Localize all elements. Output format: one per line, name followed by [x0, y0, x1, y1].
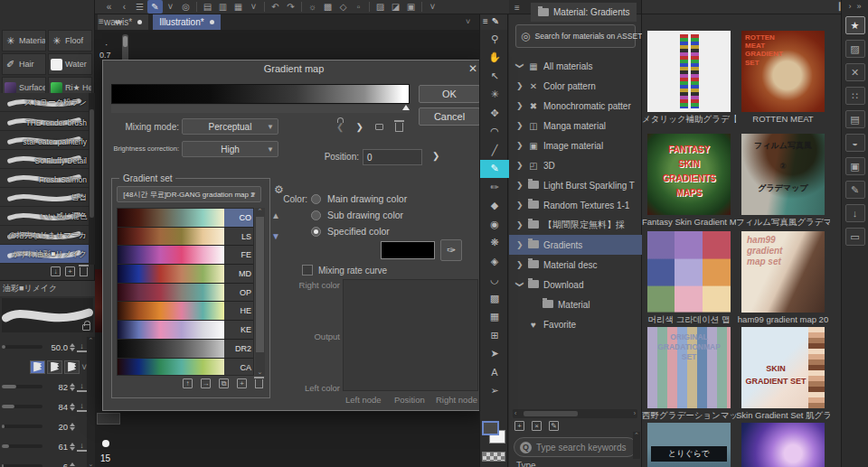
tree-arrow-icon[interactable]: ❯ — [516, 141, 524, 150]
value-stepper[interactable] — [70, 343, 75, 351]
download-default-icon[interactable]: ↓ — [77, 402, 87, 412]
delete-set-icon[interactable] — [255, 379, 263, 388]
gradient-row-LS[interactable]: LS — [118, 228, 253, 247]
tree-arrow-icon[interactable]: ❯ — [516, 81, 524, 90]
material-thumbnail[interactable] — [738, 423, 828, 467]
tree-arrow-icon[interactable]: ❯ — [516, 201, 524, 210]
material-panel-tab[interactable]: Material: Gradients — [531, 3, 637, 22]
collapse-left-icon[interactable]: « — [101, 0, 117, 14]
tree-item-monochromatic-patter[interactable]: ❯✖Monochromatic patter — [509, 96, 642, 116]
gradient-row-MD[interactable]: MD — [118, 265, 253, 284]
strip-collapse-icon[interactable]: › — [848, 2, 851, 11]
collapse-icon[interactable]: ‹ — [117, 0, 132, 14]
chevron-down-icon[interactable]: ˅ — [246, 0, 261, 14]
slider-track[interactable] — [2, 425, 42, 428]
slider-track[interactable] — [2, 405, 42, 408]
3d-folder-icon[interactable]: ◒ — [845, 134, 865, 152]
tree-horizontal-scrollbar[interactable]: ‹› — [513, 409, 637, 418]
delete-brush-button[interactable] — [80, 267, 88, 276]
brush-item[interactable]: Fresh Salmon — [0, 169, 89, 188]
dots-folder-icon[interactable]: ∷ — [845, 87, 865, 105]
pen-tool-icon[interactable]: ✎ — [480, 160, 509, 179]
export-set-icon[interactable]: → — [201, 378, 211, 388]
select-lasso-icon[interactable]: ☼ — [305, 0, 320, 14]
eyedropper-button[interactable]: ✑ — [440, 239, 462, 261]
delete-node-icon[interactable] — [395, 123, 403, 132]
airbrush-tool-icon[interactable]: ◉ — [480, 215, 509, 234]
tree-item-material-desc[interactable]: ❯Material desc — [509, 255, 642, 275]
download-folder-icon[interactable]: ↓ — [845, 204, 865, 222]
tree-item-color-pattern[interactable]: ❯✕Color pattern — [509, 76, 642, 96]
decoration-tool-icon[interactable]: ❋ — [480, 234, 509, 253]
material-thumbnail[interactable]: 머리색 그라데이션 맵 — [644, 231, 734, 326]
prev-node-icon[interactable]: ❮ — [336, 122, 344, 132]
gradient-row-FE[interactable]: FE — [118, 246, 253, 265]
new-set-icon[interactable]: + — [237, 378, 247, 388]
brush-item[interactable]: star eater painterly — [0, 131, 89, 150]
next-node-icon[interactable]: ❯ — [355, 122, 363, 132]
foreground-color-swatch[interactable] — [482, 421, 499, 435]
move-tool-icon[interactable]: ✥ — [480, 104, 509, 123]
image-folder-icon[interactable]: ▨ — [845, 40, 865, 58]
gradient-node-marker[interactable] — [402, 105, 410, 110]
value-stepper[interactable] — [70, 462, 75, 467]
gradient-list-scrollbar[interactable]: ⌃⌄ — [255, 208, 265, 376]
duplicate-brush-button[interactable]: + — [65, 266, 75, 276]
correct-tool-icon[interactable]: ✳ — [480, 86, 509, 105]
select-transform-icon[interactable]: ▫ — [351, 0, 366, 14]
tool-property-scrollbar[interactable]: ⌃⌄ — [87, 337, 95, 467]
gradient-row-HE[interactable]: HE — [118, 302, 253, 321]
material-menu-icon[interactable]: ≡ — [514, 3, 520, 13]
lock-node-icon[interactable] — [375, 124, 383, 130]
new-folder-button[interactable]: + — [514, 421, 524, 431]
document-tab-2[interactable]: Illustration* — [153, 14, 220, 30]
brush-item[interactable]: ストローク粉ラン — [0, 93, 89, 112]
document-tab-1[interactable]: wawis* — [98, 14, 148, 30]
material-thumbnail[interactable]: ROTTEN MEAT GRADIENT SETROTTEN MEAT — [738, 31, 828, 124]
brush-list-scrollbar[interactable] — [89, 93, 95, 265]
download-default-icon[interactable]: ↓ — [77, 342, 87, 352]
extra-folder-icon[interactable]: ▭ — [845, 228, 865, 246]
tree-item-image-material[interactable]: ❯▣Image material — [509, 135, 642, 155]
brush-item[interactable]: So Fluffy Detail — [0, 150, 89, 169]
move-down-icon[interactable]: ▼ — [271, 231, 280, 241]
undo-icon[interactable]: ↶ — [268, 0, 283, 14]
brush-tip-button[interactable] — [30, 360, 45, 374]
subtool-materia[interactable]: ✳Materia — [2, 30, 46, 51]
search-assets-button[interactable]: ◎ Search for materials on ASSETS — [515, 24, 636, 48]
duplicate-set-icon[interactable]: ⧉ — [219, 378, 229, 388]
material-thumbnail[interactable]: フィルム写真風 ② グラデマップフィルム写真風グラデマップ2 — [738, 134, 828, 229]
brush-tip-button[interactable] — [64, 360, 80, 374]
chevron-down-icon[interactable]: ˅ — [425, 0, 440, 14]
menu-icon[interactable]: ≡ — [483, 16, 488, 28]
deselect-icon[interactable]: ▨ — [373, 0, 388, 14]
brush-tip-button[interactable] — [47, 360, 62, 374]
tree-item-gradients[interactable]: ❯Gradients — [509, 235, 642, 255]
mixing-rate-curve-checkbox[interactable] — [302, 265, 313, 276]
fill-tool-icon[interactable]: ▩ — [480, 289, 509, 308]
tree-item-3d[interactable]: ❯◰3D — [509, 155, 642, 175]
edit-folder-icon[interactable]: ✎ — [845, 181, 865, 199]
tree-item-material[interactable]: Material — [509, 294, 642, 314]
favorites-folder-icon[interactable]: ★ — [845, 16, 865, 34]
text-tool-icon[interactable]: A — [480, 363, 509, 382]
subtool-hair[interactable]: ✐Hair — [2, 53, 46, 75]
select-polygon-icon[interactable]: ◇ — [335, 0, 351, 14]
zoom-tool-icon[interactable]: ⚲ — [480, 30, 509, 49]
download-default-icon[interactable]: ↓ — [77, 442, 87, 452]
pencil-tool-icon[interactable]: ✏ — [480, 178, 509, 197]
position-input[interactable]: 0 — [363, 149, 422, 165]
material-thumbnail[interactable]: とりぐらで — [644, 423, 734, 467]
tree-item-manga-material[interactable]: ❯◫Manga material — [509, 116, 642, 135]
gradient-row-CO[interactable]: CO — [118, 209, 253, 228]
selection-tool-icon[interactable]: ◠ — [480, 123, 509, 142]
material-thumbnail[interactable]: SKIN GRADIENT SETSkin Gradient Set 肌グラデエ… — [738, 327, 828, 422]
tree-arrow-icon[interactable]: ❯ — [516, 260, 524, 269]
material-thumbnail[interactable]: ORIGINAL GRADATIONMAP SET西野グラデーションマップセット… — [644, 327, 734, 422]
frame-tool-icon[interactable]: ➤ — [480, 345, 509, 364]
tree-item-favorite[interactable]: ♥Favorite — [509, 314, 642, 334]
strip-collapse-icon[interactable]: » — [856, 2, 861, 11]
material-thumbnail[interactable]: FANTASY SKIN GRADIENTS MAPSFantasy Skin … — [644, 134, 734, 227]
gradient-row-DR2[interactable]: DR2 — [118, 340, 253, 359]
image2-folder-icon[interactable]: ▣ — [845, 157, 865, 175]
